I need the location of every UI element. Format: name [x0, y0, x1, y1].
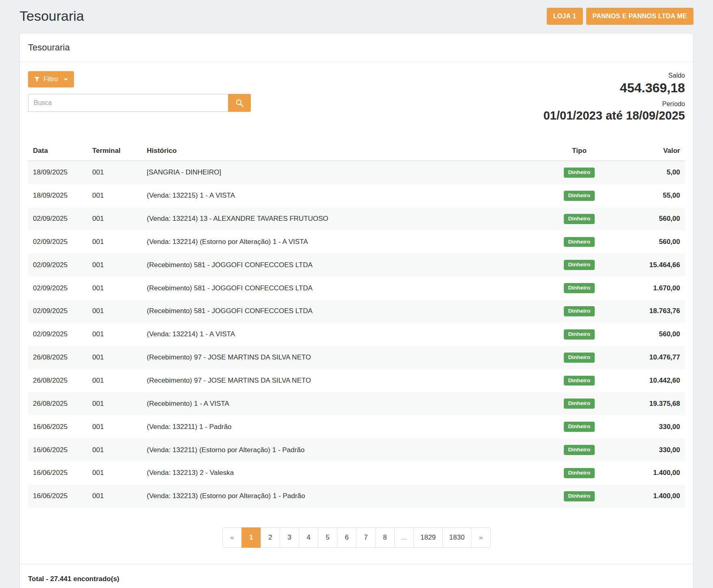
cell-terminal: 001 [87, 369, 142, 392]
tipo-badge: Dinheiro [564, 399, 595, 409]
cell-data: 26/08/2025 [28, 369, 87, 392]
cell-data: 16/06/2025 [28, 485, 87, 508]
tipo-badge: Dinheiro [564, 237, 595, 247]
cell-valor: 1.400,00 [616, 485, 685, 508]
search-input[interactable] [28, 94, 228, 112]
periodo-value: 01/01/2023 até 18/09/2025 [543, 109, 685, 122]
cell-tipo: Dinheiro [543, 231, 616, 254]
tipo-badge: Dinheiro [564, 376, 595, 386]
cell-valor: 560,00 [616, 207, 685, 231]
cell-tipo: Dinheiro [543, 438, 616, 462]
cell-historico: (Venda: 132215) 1 - A VISTA [142, 184, 543, 207]
cell-valor: 15.464,66 [616, 253, 685, 277]
table-row[interactable]: 18/09/2025 001 [SANGRIA - DINHEIRO] Dinh… [28, 161, 685, 184]
cell-historico: (Venda: 132213) 2 - Valeska [142, 462, 543, 485]
saldo-value: 454.369,18 [543, 81, 685, 96]
tipo-badge: Dinheiro [564, 422, 595, 432]
table-row[interactable]: 02/09/2025 001 (Venda: 132214) 1 - A VIS… [28, 323, 685, 346]
table-row[interactable]: 26/08/2025 001 (Recebimento) 97 - JOSE M… [28, 346, 685, 369]
store-button[interactable]: LOJA 1 [547, 8, 583, 25]
pagination: « 1 2 3 4 5 6 7 8 ... 1829 1830 » [28, 527, 685, 548]
page-1829-button[interactable]: 1829 [413, 527, 443, 548]
page-prev-button[interactable]: « [222, 527, 242, 548]
page-1-button[interactable]: 1 [241, 527, 261, 548]
table-row[interactable]: 02/09/2025 001 (Recebimento) 581 - JOGGO… [28, 300, 685, 323]
cell-tipo: Dinheiro [543, 161, 616, 184]
cell-historico: [SANGRIA - DINHEIRO] [142, 161, 543, 184]
cell-tipo: Dinheiro [543, 277, 616, 300]
tipo-badge: Dinheiro [564, 260, 595, 270]
cell-tipo: Dinheiro [543, 207, 616, 231]
cell-valor: 55,00 [616, 184, 685, 207]
table-row[interactable]: 16/06/2025 001 (Venda: 132213) (Estorno … [28, 485, 685, 508]
cell-historico: (Recebimento) 581 - JOGGOFI CONFECCOES L… [142, 253, 543, 277]
tipo-badge: Dinheiro [564, 491, 595, 501]
card-body: Filtro [20, 62, 693, 564]
table-row[interactable]: 16/06/2025 001 (Venda: 132211) (Estorno … [28, 438, 685, 462]
cell-valor: 330,00 [616, 415, 685, 438]
cell-terminal: 001 [87, 415, 142, 438]
table-row[interactable]: 26/08/2025 001 (Recebimento) 1 - A VISTA… [28, 392, 685, 415]
card-header: Tesouraria [20, 33, 693, 62]
cell-tipo: Dinheiro [543, 300, 616, 323]
page-ellipsis: ... [394, 527, 414, 548]
filter-icon [34, 76, 40, 82]
page-2-button[interactable]: 2 [261, 527, 280, 548]
cell-valor: 10.442,60 [616, 369, 685, 392]
cell-historico: (Recebimento) 581 - JOGGOFI CONFECCOES L… [142, 277, 543, 300]
page-8-button[interactable]: 8 [375, 527, 395, 548]
table-row[interactable]: 26/08/2025 001 (Recebimento) 97 - JOSE M… [28, 369, 685, 392]
company-button[interactable]: PANNOS E PANNOS LTDA ME [586, 8, 693, 25]
cell-data: 16/06/2025 [28, 438, 87, 462]
page-title: Tesouraria [20, 8, 84, 24]
transactions-table: Data Terminal Histórico Tipo Valor 18/09… [28, 141, 685, 508]
cell-terminal: 001 [87, 277, 142, 300]
table-header-row: Data Terminal Histórico Tipo Valor [28, 141, 685, 161]
cell-tipo: Dinheiro [543, 415, 616, 438]
cell-data: 02/09/2025 [28, 277, 87, 300]
cell-tipo: Dinheiro [543, 346, 616, 369]
cell-terminal: 001 [87, 231, 142, 254]
cell-tipo: Dinheiro [543, 253, 616, 277]
tipo-badge: Dinheiro [564, 468, 595, 478]
cell-terminal: 001 [87, 161, 142, 184]
cell-valor: 560,00 [616, 231, 685, 254]
cell-terminal: 001 [87, 184, 142, 207]
cell-terminal: 001 [87, 323, 142, 346]
search-button[interactable] [228, 94, 251, 112]
cell-historico: (Venda: 132211) 1 - Padrão [142, 415, 543, 438]
topbar-buttons: LOJA 1 PANNOS E PANNOS LTDA ME [547, 8, 693, 25]
filter-button[interactable]: Filtro [28, 71, 74, 87]
tipo-badge: Dinheiro [564, 445, 595, 455]
table-row[interactable]: 02/09/2025 001 (Venda: 132214) (Estorno … [28, 231, 685, 254]
table-row[interactable]: 02/09/2025 001 (Recebimento) 581 - JOGGO… [28, 277, 685, 300]
page-next-button[interactable]: » [471, 527, 491, 548]
cell-valor: 19.375,68 [616, 392, 685, 415]
table-row[interactable]: 02/09/2025 001 (Venda: 132214) 13 - ALEX… [28, 207, 685, 231]
page-3-button[interactable]: 3 [280, 527, 299, 548]
table-row[interactable]: 16/06/2025 001 (Venda: 132213) 2 - Vales… [28, 462, 685, 485]
cell-tipo: Dinheiro [543, 485, 616, 508]
page-6-button[interactable]: 6 [337, 527, 356, 548]
page-5-button[interactable]: 5 [318, 527, 337, 548]
cell-terminal: 001 [87, 346, 142, 369]
page-4-button[interactable]: 4 [299, 527, 318, 548]
search-icon [235, 99, 244, 107]
table-row[interactable]: 16/06/2025 001 (Venda: 132211) 1 - Padrã… [28, 415, 685, 438]
cell-valor: 10.476,77 [616, 346, 685, 369]
table-row[interactable]: 18/09/2025 001 (Venda: 132215) 1 - A VIS… [28, 184, 685, 207]
table-row[interactable]: 02/09/2025 001 (Recebimento) 581 - JOGGO… [28, 253, 685, 277]
tesouraria-card: Tesouraria Filtro [20, 33, 693, 588]
total-count: Total - 27.441 encontrado(s) [28, 575, 120, 583]
header-valor: Valor [616, 141, 685, 161]
cell-valor: 5,00 [616, 161, 685, 184]
tipo-badge: Dinheiro [564, 353, 595, 363]
page-7-button[interactable]: 7 [356, 527, 376, 548]
cell-terminal: 001 [87, 207, 142, 231]
cell-historico: (Venda: 132213) (Estorno por Alteração) … [142, 485, 543, 508]
page-1830-button[interactable]: 1830 [442, 527, 472, 548]
summary-panel: Saldo 454.369,18 Período 01/01/2023 até … [543, 71, 685, 122]
cell-historico: (Recebimento) 581 - JOGGOFI CONFECCOES L… [142, 300, 543, 323]
cell-historico: (Venda: 132211) (Estorno por Alteração) … [142, 438, 543, 462]
cell-valor: 330,00 [616, 438, 685, 462]
